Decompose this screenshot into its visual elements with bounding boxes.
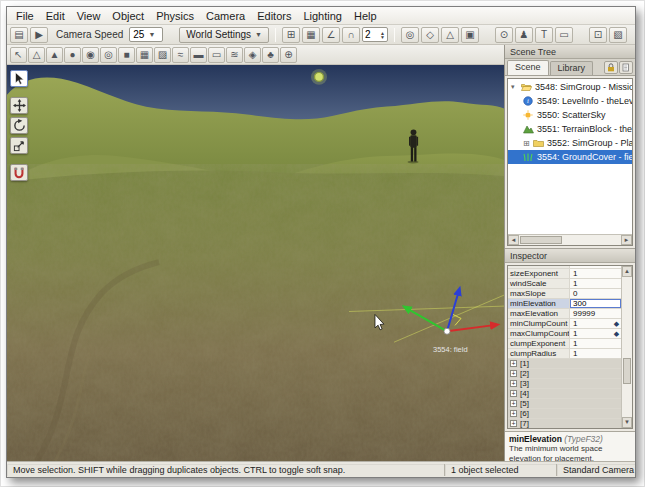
- menu-lighting[interactable]: Lighting: [297, 9, 348, 23]
- fullscreen-icon[interactable]: ⊡: [589, 27, 607, 43]
- expand-icon[interactable]: +: [510, 360, 517, 367]
- property-value[interactable]: 1: [570, 329, 612, 338]
- menu-help[interactable]: Help: [348, 9, 383, 23]
- inspector-array-row-4[interactable]: +[4]: [508, 389, 621, 399]
- minElevation-input[interactable]: [570, 299, 621, 308]
- inspector-array-row-7[interactable]: +[7]: [508, 419, 621, 428]
- inspector-array-row-6[interactable]: +[6]: [508, 409, 621, 419]
- tree-item-groundcover[interactable]: 3554: GroundCover - field: [508, 150, 632, 164]
- inspector-row-clumpExponent[interactable]: clumpExponent 1: [508, 339, 621, 349]
- angle-snap-icon[interactable]: ∠: [322, 27, 340, 43]
- select-tool[interactable]: [10, 70, 28, 87]
- water-tool-icon[interactable]: ≋: [226, 47, 243, 63]
- expand-icon[interactable]: +: [510, 410, 517, 417]
- scroll-left-icon[interactable]: ◄: [508, 235, 519, 245]
- tree-item-terrainblock[interactable]: 3551: TerrainBlock - theTerrain: [508, 122, 632, 136]
- value-stepper-icon[interactable]: ◆: [612, 329, 621, 338]
- lock-button[interactable]: [604, 61, 618, 74]
- player-drop-icon[interactable]: ♟: [515, 27, 533, 43]
- property-value[interactable]: 1: [570, 339, 621, 348]
- menu-physics[interactable]: Physics: [150, 9, 200, 23]
- raise-tool-icon[interactable]: ▲: [46, 47, 63, 63]
- menu-object[interactable]: Object: [106, 9, 150, 23]
- grid-snap-icon[interactable]: ▦: [302, 27, 320, 43]
- collapse-icon[interactable]: ▾: [511, 83, 518, 91]
- scale-tool[interactable]: [10, 137, 28, 154]
- stepper-arrows-icon[interactable]: ▲▼: [380, 31, 385, 39]
- snapshot-icon[interactable]: ▧: [609, 27, 627, 43]
- world-settings-button[interactable]: World Settings ▼: [179, 27, 269, 43]
- expand-icon[interactable]: +: [510, 370, 517, 377]
- menu-file[interactable]: File: [10, 9, 40, 23]
- editor-menu-icon[interactable]: ▤: [10, 27, 28, 43]
- sphere-brush-icon[interactable]: ●: [64, 47, 81, 63]
- menu-editors[interactable]: Editors: [251, 9, 297, 23]
- viewport-3d[interactable]: 3554: field: [7, 65, 504, 461]
- scroll-right-icon[interactable]: ►: [621, 235, 632, 245]
- tree-horizontal-scrollbar[interactable]: ◄ ►: [508, 234, 632, 245]
- tree-item-missiongroup[interactable]: ▾ 3548: SimGroup - MissionGroup: [508, 80, 632, 94]
- hard-brush-icon[interactable]: ◎: [100, 47, 117, 63]
- tab-scene[interactable]: Scene: [507, 60, 549, 75]
- ruler-icon[interactable]: ▭: [555, 27, 573, 43]
- rotate-tool[interactable]: [10, 117, 28, 134]
- visibility-button[interactable]: [619, 61, 633, 74]
- inspector-array-row-2[interactable]: +[2]: [508, 369, 621, 379]
- expand-icon[interactable]: +: [510, 380, 517, 387]
- smooth-tool-icon[interactable]: ≈: [172, 47, 189, 63]
- value-stepper-icon[interactable]: ◆: [612, 319, 621, 328]
- terrain-align-icon[interactable]: △: [441, 27, 459, 43]
- menu-edit[interactable]: Edit: [40, 9, 71, 23]
- scroll-up-icon[interactable]: ▲: [622, 266, 632, 277]
- soft-snap-icon[interactable]: ◎: [401, 27, 419, 43]
- scroll-thumb[interactable]: [520, 236, 562, 244]
- expand-icon[interactable]: +: [510, 420, 517, 427]
- expand-icon[interactable]: +: [510, 400, 517, 407]
- camera-speed-select[interactable]: 25 ▼: [129, 27, 163, 42]
- inspector-row-maxSlope[interactable]: maxSlope 0: [508, 289, 621, 299]
- object-snap-icon[interactable]: ◇: [421, 27, 439, 43]
- property-value[interactable]: 1: [570, 349, 621, 358]
- soft-brush-icon[interactable]: ◉: [82, 47, 99, 63]
- expand-icon[interactable]: +: [510, 390, 517, 397]
- property-value[interactable]: 1: [570, 269, 621, 278]
- inspector-row-maxClumpCount[interactable]: maxClumpCount 1 ◆: [508, 329, 621, 339]
- inspector-row-minClumpCount[interactable]: minClumpCount 1 ◆: [508, 319, 621, 329]
- terrain-tool-icon[interactable]: △: [28, 47, 45, 63]
- text-tool-icon[interactable]: T: [535, 27, 553, 43]
- flatten-tool-icon[interactable]: ▬: [190, 47, 207, 63]
- bounds-icon[interactable]: ▣: [461, 27, 479, 43]
- scroll-trough[interactable]: [622, 277, 632, 417]
- inspector-row-windScale[interactable]: windScale 1: [508, 279, 621, 289]
- material-tool-icon[interactable]: ◈: [244, 47, 261, 63]
- forest-tool-icon[interactable]: ♣: [262, 47, 279, 63]
- tree-item-levelinfo[interactable]: i 3549: LevelInfo - theLevelInfo: [508, 94, 632, 108]
- expand-icon[interactable]: ⊞: [523, 139, 530, 148]
- select-tool-icon[interactable]: ↖: [10, 47, 27, 63]
- grid-tool-icon[interactable]: ▦: [136, 47, 153, 63]
- erase-tool-icon[interactable]: ▭: [208, 47, 225, 63]
- inspector-array-row-1[interactable]: +[1]: [508, 359, 621, 369]
- move-tool[interactable]: [10, 97, 28, 114]
- scroll-thumb[interactable]: [623, 358, 631, 384]
- scroll-trough[interactable]: [519, 235, 621, 245]
- play-icon[interactable]: ▶: [30, 27, 48, 43]
- property-value[interactable]: 99999: [570, 309, 621, 318]
- snap-tool[interactable]: [10, 164, 28, 181]
- scroll-down-icon[interactable]: ▼: [622, 417, 632, 428]
- axis-lock-icon[interactable]: ⊞: [282, 27, 300, 43]
- tree-item-playerdrop[interactable]: ⊞ 3552: SimGroup - PlayerDropP: [508, 136, 632, 150]
- inspector-row-sizeExponent[interactable]: sizeExponent 1: [508, 269, 621, 279]
- inspector-row-maxElevation[interactable]: maxElevation 99999: [508, 309, 621, 319]
- snap-size-stepper[interactable]: 2 ▲▼: [362, 27, 388, 42]
- box-brush-icon[interactable]: ■: [118, 47, 135, 63]
- inspector-array-row-3[interactable]: +[3]: [508, 379, 621, 389]
- inspector-row-minElevation[interactable]: minElevation: [508, 299, 621, 309]
- tab-library[interactable]: Library: [550, 61, 594, 75]
- sun-marker[interactable]: [311, 69, 327, 85]
- tree-item-scattersky[interactable]: 3550: ScatterSky: [508, 108, 632, 122]
- magnet-snap-icon[interactable]: ∩: [342, 27, 360, 43]
- inspector-array-row-5[interactable]: +[5]: [508, 399, 621, 409]
- menu-view[interactable]: View: [71, 9, 107, 23]
- inspector-row-clumpRadius[interactable]: clumpRadius 1: [508, 349, 621, 359]
